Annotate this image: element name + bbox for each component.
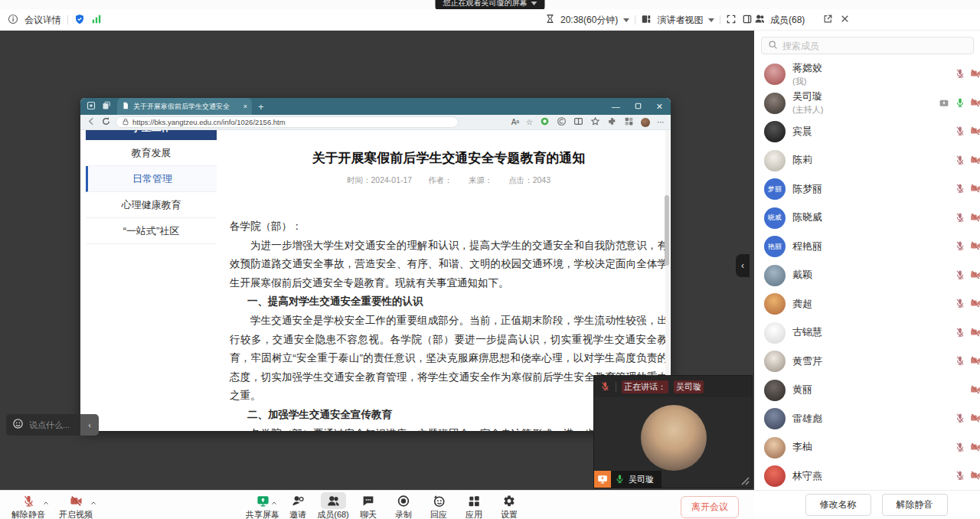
camera-off-icon[interactable] [969,155,980,168]
read-aloud-icon[interactable]: Aᵃ [511,118,519,126]
camera-off-icon[interactable] [969,355,980,369]
extensions-puzzle-icon[interactable] [607,116,617,128]
member-row[interactable]: 黄丽 [754,376,980,405]
close-panel-icon[interactable] [840,14,850,26]
camera-off-icon[interactable] [969,269,980,283]
camera-off-icon[interactable] [969,240,980,254]
chat-collapse-icon[interactable]: ‹ [80,414,99,436]
mic-muted-icon[interactable] [955,298,965,312]
member-row[interactable]: 梦丽陈梦丽 [754,175,980,204]
meeting-details-button[interactable]: 会议详情 [24,14,61,27]
member-row[interactable]: 林守燕 [754,462,980,491]
mic-muted-icon[interactable] [955,470,965,484]
toolbar-mic-muted-button[interactable]: 解除静音 [5,492,52,519]
webpage-nav-item[interactable]: 日常管理 [86,166,217,192]
webpage-nav-item[interactable]: 心理健康教育 [86,192,217,218]
network-signal-icon[interactable] [91,14,102,27]
member-row[interactable]: 龚超 [754,289,980,318]
member-row[interactable]: 戴颖 [754,261,980,290]
toolbar-apps-button[interactable]: 应用 [456,492,492,519]
more-options-icon[interactable]: ⋯ [657,118,665,126]
member-row[interactable]: 蒋嫦姣(我) [754,60,980,89]
window-minimize-icon[interactable]: — [612,102,620,111]
camera-off-icon[interactable] [969,97,980,111]
popout-panel-icon[interactable] [823,14,833,26]
window-restore-icon[interactable] [634,102,642,112]
camera-off-icon[interactable] [969,212,980,226]
shield-icon[interactable] [74,14,85,27]
toolbar-record-button[interactable]: 录制 [386,492,421,519]
chevron-up-icon[interactable] [42,496,50,510]
favorites-bar-icon[interactable] [590,116,600,128]
mic-on-icon[interactable] [955,97,965,111]
member-row[interactable]: 黄雪芹 [754,347,980,376]
member-row[interactable]: 古锦慧 [754,318,980,348]
new-tab-icon[interactable]: + [258,101,264,113]
mic-muted-icon[interactable] [955,442,965,455]
browser-profile-avatar[interactable] [641,118,650,127]
camera-off-icon[interactable] [969,442,980,455]
mic-muted-icon[interactable] [955,126,965,139]
webpage-nav-item[interactable]: 教育发展 [86,140,217,166]
member-row[interactable]: 晓威陈晓威 [754,204,980,233]
member-row[interactable]: 艳丽程艳丽 [754,232,980,261]
panel-collapse-handle[interactable]: ‹ [736,254,750,277]
mic-muted-icon[interactable] [955,327,965,341]
mic-muted-icon[interactable] [955,355,965,369]
chat-quick-input[interactable]: 说点什么... ‹ [6,414,99,436]
webpage-nav-item[interactable]: 学生工作 [86,130,217,140]
member-row[interactable]: 陈莉 [754,146,980,175]
mic-muted-icon[interactable] [955,155,965,168]
member-search-input[interactable] [782,41,936,51]
browser-essentials-icon[interactable] [624,116,634,128]
speaker-video-overlay[interactable]: 正在讲话： 吴司璇 吴司璇 [593,375,753,488]
extension-c-icon[interactable] [557,116,567,128]
unmute-button[interactable]: 解除静音 [882,494,948,516]
toolbar-reaction-button[interactable]: 回应 [421,492,456,519]
camera-off-icon[interactable] [969,126,980,139]
emoji-icon[interactable] [12,418,24,432]
duration-dropdown-icon[interactable] [623,18,629,22]
camera-off-icon[interactable] [969,183,980,197]
chevron-up-icon[interactable] [270,496,278,510]
member-search-box[interactable] [761,37,974,54]
member-row[interactable]: 宾晨 [754,117,980,146]
reload-icon[interactable] [101,116,111,129]
rename-button[interactable]: 修改名称 [805,494,871,516]
tab-close-icon[interactable]: × [243,103,247,110]
back-icon[interactable] [87,116,96,129]
window-close-icon[interactable]: ✕ [656,102,663,112]
camera-off-icon[interactable] [969,298,980,312]
member-row[interactable]: 李柚 [754,433,980,462]
camera-off-icon[interactable] [969,327,980,341]
mic-muted-icon[interactable] [955,183,965,197]
mic-muted-icon[interactable] [955,240,965,254]
chevron-up-icon[interactable] [90,496,97,510]
camera-off-icon[interactable] [969,470,980,484]
toolbar-camera-off-button[interactable]: 开启视频 [52,492,100,519]
toolbar-members-button[interactable]: 成员(68) [315,492,351,519]
view-mode-selector[interactable]: 演讲者视图 [657,14,703,27]
browser-app-icon[interactable] [87,100,96,113]
camera-off-icon[interactable] [969,384,980,398]
camera-off-icon[interactable] [969,68,980,82]
view-dropdown-icon[interactable] [708,18,714,22]
mic-muted-icon[interactable] [955,413,965,426]
fullscreen-icon[interactable] [726,14,737,27]
mic-muted-icon[interactable] [955,68,965,82]
browser-tabs-icon[interactable] [102,100,111,113]
mic-muted-icon[interactable] [955,269,965,283]
browser-tab[interactable]: 关于开展寒假前后学生交通安全 × [117,98,252,115]
mic-muted-icon[interactable] [955,212,965,226]
split-screen-icon[interactable] [573,116,583,128]
favorite-star-icon[interactable]: ☆ [526,118,533,126]
side-panel-toggle-icon[interactable] [742,14,753,27]
toolbar-chat-button[interactable]: 聊天 [351,492,386,519]
toolbar-invite-button[interactable]: 邀请 [280,492,315,519]
member-row[interactable]: 雷雄彪 [754,404,980,433]
extension-green-icon[interactable] [540,116,550,128]
webpage-nav-item[interactable]: “一站式”社区 [86,218,217,244]
camera-off-icon[interactable] [969,413,980,426]
leave-meeting-button[interactable]: 离开会议 [681,496,739,518]
toolbar-screen-share-button[interactable]: 共享屏幕 [245,492,280,519]
